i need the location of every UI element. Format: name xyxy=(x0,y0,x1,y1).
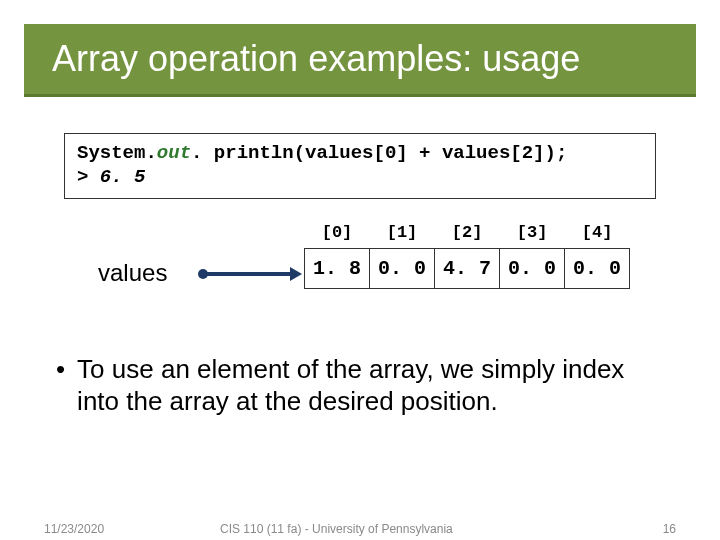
index-cell: [1] xyxy=(370,219,435,249)
title-bar: Array operation examples: usage xyxy=(24,24,696,97)
value-cell: 0. 0 xyxy=(565,248,630,288)
footer-source: CIS 110 (11 fa) - University of Pennsylv… xyxy=(220,522,453,536)
bullet-marker: • xyxy=(56,353,65,418)
array-diagram: values [0] [1] [2] [3] [4] 1. 8 0. 0 4. … xyxy=(64,219,656,309)
arrow-right-icon xyxy=(290,267,302,281)
value-cell: 0. 0 xyxy=(370,248,435,288)
variable-label: values xyxy=(98,259,167,287)
value-row: 1. 8 0. 0 4. 7 0. 0 0. 0 xyxy=(305,248,630,288)
pointer-line xyxy=(206,272,292,276)
index-cell: [2] xyxy=(435,219,500,249)
index-cell: [3] xyxy=(500,219,565,249)
array-table: [0] [1] [2] [3] [4] 1. 8 0. 0 4. 7 0. 0 … xyxy=(304,219,630,289)
footer-page-number: 16 xyxy=(663,522,676,536)
index-cell: [0] xyxy=(305,219,370,249)
value-cell: 1. 8 xyxy=(305,248,370,288)
slide-title: Array operation examples: usage xyxy=(52,38,678,80)
bullet-item: • To use an element of the array, we sim… xyxy=(56,353,664,418)
value-cell: 0. 0 xyxy=(500,248,565,288)
bullet-text: To use an element of the array, we simpl… xyxy=(77,353,664,418)
footer-date: 11/23/2020 xyxy=(44,522,104,536)
code-result: > 6. 5 xyxy=(77,166,643,190)
index-cell: [4] xyxy=(565,219,630,249)
index-row: [0] [1] [2] [3] [4] xyxy=(305,219,630,249)
code-line-1: System.out. println(values[0] + values[2… xyxy=(77,142,643,166)
code-box: System.out. println(values[0] + values[2… xyxy=(64,133,656,199)
value-cell: 4. 7 xyxy=(435,248,500,288)
